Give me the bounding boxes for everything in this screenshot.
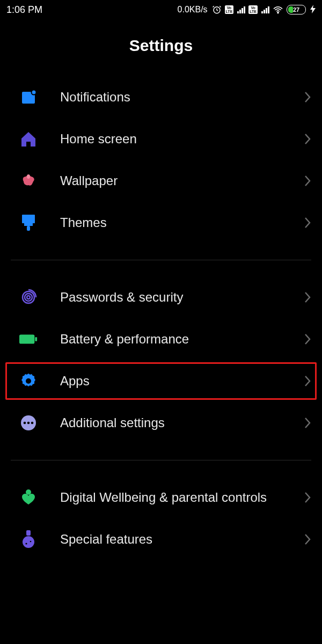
svg-point-8 (27, 296, 30, 299)
signal-bars-2 (261, 6, 269, 13)
row-label: Home screen (60, 131, 304, 147)
dots-icon (19, 414, 38, 432)
svg-point-18 (26, 489, 31, 495)
svg-point-16 (27, 422, 30, 425)
row-label: Notifications (60, 89, 304, 105)
svg-rect-12 (35, 337, 37, 341)
svg-point-4 (27, 174, 30, 179)
svg-rect-5 (22, 215, 35, 223)
row-label: Additional settings (60, 415, 304, 431)
row-notifications[interactable]: Notifications (0, 76, 322, 118)
group-divider (11, 460, 311, 460)
chevron-right-icon (304, 375, 311, 387)
notifications-icon (19, 88, 38, 106)
row-special-features[interactable]: Special features (0, 518, 322, 560)
row-additional-settings[interactable]: Additional settings (0, 402, 322, 444)
chevron-right-icon (304, 417, 311, 429)
svg-point-17 (31, 422, 34, 425)
row-passwords-security[interactable]: Passwords & security (0, 276, 322, 318)
volte-badge-2: VoLTE (248, 5, 258, 14)
home-icon (19, 130, 38, 148)
svg-rect-6 (24, 223, 33, 226)
row-battery-performance[interactable]: Battery & performance (0, 318, 322, 360)
heart-icon (19, 488, 38, 507)
chevron-right-icon (304, 333, 311, 345)
charging-icon (310, 5, 316, 15)
row-digital-wellbeing[interactable]: Digital Wellbeing & parental controls (0, 477, 322, 518)
volte-badge-1: VoLTE (225, 5, 234, 14)
svg-point-15 (24, 422, 26, 425)
row-label: Wallpaper (60, 173, 304, 189)
battery-indicator: 27 (287, 5, 306, 14)
battery-percent: 27 (293, 6, 299, 13)
row-label: Special features (60, 531, 304, 547)
fingerprint-icon (19, 288, 38, 306)
chevron-right-icon (304, 217, 311, 229)
alarm-icon (212, 5, 222, 14)
settings-group-2: Digital Wellbeing & parental controls Sp… (0, 477, 322, 560)
settings-group-1: Passwords & security Battery & performan… (0, 276, 322, 444)
page-title: Settings (0, 36, 322, 55)
svg-rect-7 (27, 226, 30, 231)
chevron-right-icon (304, 133, 311, 145)
status-bar: 1:06 PM 0.0KB/s VoLTE VoLTE 27 (0, 0, 322, 19)
row-wallpaper[interactable]: Wallpaper (0, 160, 322, 202)
row-label: Battery & performance (60, 331, 304, 347)
svg-rect-19 (26, 530, 31, 536)
brush-icon (19, 214, 38, 232)
svg-point-1 (277, 12, 279, 13)
group-divider (11, 260, 311, 260)
status-time: 1:06 PM (6, 4, 42, 16)
row-label: Digital Wellbeing & parental controls (60, 489, 304, 506)
svg-rect-11 (19, 335, 34, 344)
row-label: Passwords & security (60, 289, 304, 305)
settings-group-0: Notifications Home screen Wallpaper Them… (0, 76, 322, 244)
row-home-screen[interactable]: Home screen (0, 118, 322, 160)
wifi-icon (273, 5, 283, 14)
chevron-right-icon (304, 291, 311, 303)
status-net-speed: 0.0KB/s (178, 5, 208, 14)
row-apps[interactable]: Apps (0, 360, 322, 402)
gear-icon (19, 372, 38, 390)
svg-point-22 (30, 541, 32, 543)
chevron-right-icon (304, 91, 311, 103)
row-themes[interactable]: Themes (0, 202, 322, 244)
svg-point-3 (32, 90, 36, 95)
flask-icon (19, 530, 38, 548)
svg-point-20 (23, 536, 34, 548)
row-label: Apps (60, 373, 304, 389)
signal-bars-1 (237, 6, 245, 13)
battery-icon (19, 330, 38, 348)
svg-point-13 (26, 378, 31, 384)
chevron-right-icon (304, 492, 311, 503)
row-label: Themes (60, 215, 304, 231)
flower-icon (19, 172, 38, 190)
chevron-right-icon (304, 533, 311, 545)
chevron-right-icon (304, 175, 311, 187)
svg-point-21 (25, 543, 27, 544)
svg-point-9 (25, 294, 32, 301)
